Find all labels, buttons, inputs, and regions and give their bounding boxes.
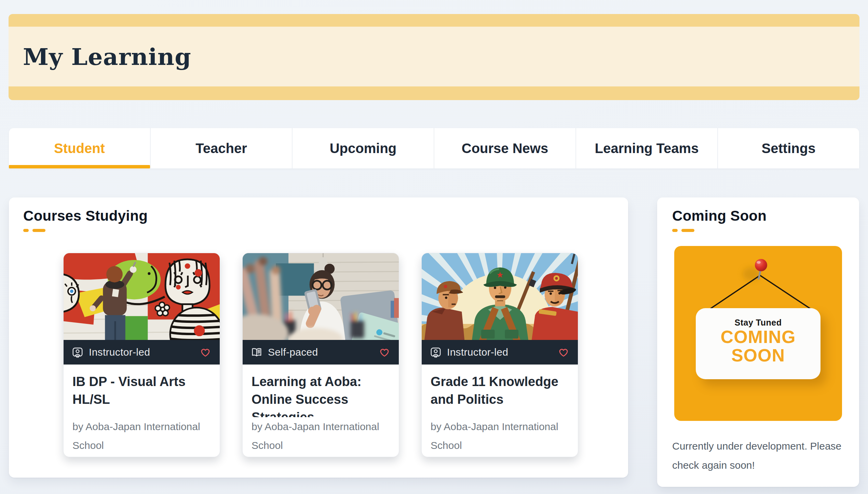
course-author: by Aoba-Japan International School [252,417,390,455]
heading-underline [23,229,45,232]
course-artwork-student-study [243,253,399,340]
courses-studying-panel: Courses Studying [9,197,628,478]
heart-icon[interactable] [378,346,391,358]
heart-icon[interactable] [199,346,212,358]
coming-soon-sign: Stay Tuned COMING SOON [696,308,820,379]
tab-teacher[interactable]: Teacher [150,128,292,168]
course-card-list: Instructor-led IB DP - Visual Arts HL/SL… [63,253,578,457]
tab-student[interactable]: Student [9,128,150,168]
course-title: Learning at Aoba: Online Success Strateg… [252,373,390,417]
presenter-screen-icon [72,346,83,358]
section-heading: Courses Studying [23,208,148,224]
sign-soon: SOON [696,346,820,365]
course-artwork-soldiers-poster [422,253,578,340]
course-author: by Aoba-Japan International School [72,417,211,455]
course-type-badge: Instructor-led [64,340,220,365]
course-artwork-mural [64,253,220,340]
course-card-body: Grade 11 Knowledge and Politics by Aoba-… [422,365,578,455]
tab-learning-teams[interactable]: Learning Teams [575,128,717,168]
course-type-badge: Self-paced [243,340,399,365]
open-book-icon [251,346,262,358]
tab-label: Learning Teams [595,141,699,156]
course-title: IB DP - Visual Arts HL/SL [72,373,211,417]
tab-label: Student [54,141,105,156]
course-card-body: IB DP - Visual Arts HL/SL by Aoba-Japan … [64,365,220,455]
course-card-knowledge-politics[interactable]: Instructor-led Grade 11 Knowledge and Po… [421,253,578,457]
tab-label: Upcoming [330,141,397,156]
tab-course-news[interactable]: Course News [434,128,575,168]
course-author: by Aoba-Japan International School [431,417,569,455]
course-card-body: Learning at Aoba: Online Success Strateg… [243,365,399,455]
tab-label: Course News [462,141,548,156]
tab-label: Teacher [195,141,247,156]
course-card-visual-arts[interactable]: Instructor-led IB DP - Visual Arts HL/SL… [63,253,220,457]
presenter-screen-icon [430,346,442,358]
tab-upcoming[interactable]: Upcoming [292,128,434,168]
tab-bar: Student Teacher Upcoming Course News Lea… [9,128,859,168]
coming-soon-graphic: Stay Tuned COMING SOON [674,246,842,421]
coming-soon-note: Currently under development. Please chec… [672,437,845,475]
tab-settings[interactable]: Settings [717,128,859,168]
tab-label: Settings [762,141,816,156]
coming-soon-panel: Coming Soon Stay Tuned COMING SOON [657,197,859,487]
heart-icon[interactable] [557,346,570,358]
banner-inner: My Learning [9,27,859,86]
heading-underline [672,229,694,232]
sign-coming: COMING [696,328,820,346]
course-type-label: Instructor-led [447,346,508,358]
sign-stay-tuned: Stay Tuned [696,318,820,328]
section-heading: Coming Soon [672,208,767,224]
course-type-badge: Instructor-led [422,340,578,365]
course-type-label: Instructor-led [89,346,150,358]
page-title: My Learning [9,43,191,70]
page-header-banner: My Learning [9,14,859,100]
course-type-label: Self-paced [268,346,318,358]
course-card-online-success[interactable]: Self-paced Learning at Aoba: Online Succ… [242,253,399,457]
course-title: Grade 11 Knowledge and Politics [431,373,569,417]
active-tab-underline [9,165,150,168]
